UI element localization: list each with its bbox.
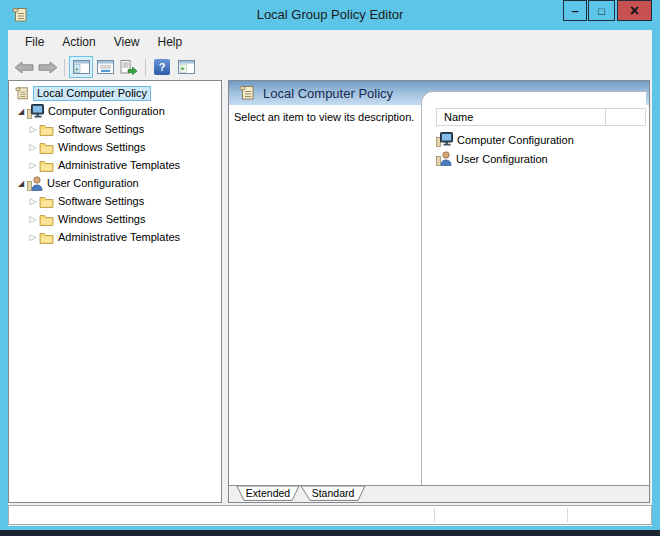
result-pane-title: Local Computer Policy — [263, 86, 393, 101]
show-console-tree-button[interactable] — [69, 56, 93, 78]
tree-node-administrative-templates-user[interactable]: ▷ Administrative Templates — [9, 228, 221, 246]
console-tree-pane: Local Computer Policy ◢ Computer Confi — [8, 80, 222, 503]
description-text: Select an item to view its description. — [234, 111, 414, 123]
tree-node-administrative-templates[interactable]: ▷ Administrative Templates — [9, 156, 221, 174]
list-item-computer-configuration[interactable]: Computer Configuration — [436, 130, 646, 149]
expand-twisty-icon[interactable]: ▷ — [27, 196, 39, 206]
tab-extended[interactable]: Extended — [237, 486, 299, 500]
menu-help[interactable]: Help — [149, 33, 192, 51]
titlebar: Local Group Policy Editor – □ × — [0, 0, 660, 30]
toolbar-separator — [64, 59, 65, 76]
gpedit-window: Local Group Policy Editor – □ × File Act… — [0, 0, 660, 536]
expand-twisty-icon[interactable]: ▷ — [27, 160, 39, 170]
svg-text:Extended: Extended — [246, 487, 291, 499]
tree-node-label: Windows Settings — [58, 213, 145, 225]
client-area: File Action View Help — [8, 30, 652, 526]
help-icon: ? — [154, 59, 170, 75]
user-icon — [27, 176, 43, 191]
empty-column-header — [606, 108, 646, 126]
menu-action[interactable]: Action — [53, 33, 104, 51]
maximize-button[interactable]: □ — [588, 0, 615, 21]
status-divider — [434, 508, 435, 522]
expand-twisty-icon[interactable]: ▷ — [27, 142, 39, 152]
tree-node-label: User Configuration — [47, 177, 139, 189]
folder-icon — [39, 141, 54, 154]
menu-file[interactable]: File — [16, 33, 53, 51]
tree-node-label: Administrative Templates — [58, 231, 180, 243]
properties-icon — [97, 60, 114, 74]
tree-node-label: Software Settings — [58, 195, 144, 207]
result-pane: Local Computer Policy Select an item to … — [228, 80, 650, 503]
tree-node-software-settings-user[interactable]: ▷ Software Settings — [9, 192, 221, 210]
console-tree-icon — [73, 60, 90, 74]
expand-twisty-icon[interactable]: ▷ — [27, 214, 39, 224]
export-list-icon — [120, 60, 138, 75]
menu-view[interactable]: View — [105, 33, 149, 51]
forward-icon — [38, 61, 58, 74]
main-area: Local Computer Policy ◢ Computer Confi — [8, 80, 652, 503]
help-button[interactable]: ? — [150, 56, 174, 78]
tree-node-label: Software Settings — [58, 123, 144, 135]
user-icon — [436, 151, 452, 166]
tree-node-user-configuration[interactable]: ◢ User Configuration — [9, 174, 221, 192]
folder-icon — [39, 213, 54, 226]
tree-node-label: Administrative Templates — [58, 159, 180, 171]
tree-node-local-computer-policy[interactable]: Local Computer Policy — [9, 84, 221, 102]
item-list-panel: Name — [421, 91, 646, 486]
svg-text:Standard: Standard — [312, 487, 355, 499]
list-item-label: User Configuration — [456, 153, 548, 165]
show-action-pane-button[interactable] — [174, 56, 198, 78]
forward-button[interactable] — [36, 56, 60, 78]
collapse-twisty-icon[interactable]: ◢ — [15, 179, 27, 188]
window-title: Local Group Policy Editor — [0, 0, 660, 30]
tree-node-windows-settings[interactable]: ▷ Windows Settings — [9, 138, 221, 156]
back-button[interactable] — [12, 56, 36, 78]
name-column-header[interactable]: Name — [436, 108, 606, 126]
list-item-label: Computer Configuration — [457, 134, 574, 146]
status-divider — [567, 508, 568, 522]
close-button[interactable]: × — [617, 0, 652, 21]
folder-icon — [39, 231, 54, 244]
scroll-icon — [15, 86, 29, 101]
properties-button[interactable] — [93, 56, 117, 78]
export-list-button[interactable] — [117, 56, 141, 78]
list-rows: Computer Configuration User Configurati — [436, 130, 646, 168]
collapse-twisty-icon[interactable]: ◢ — [15, 107, 27, 116]
list-header: Name — [436, 108, 646, 126]
menubar: File Action View Help — [8, 30, 652, 54]
minimize-button[interactable]: – — [563, 0, 587, 21]
tree-node-label: Local Computer Policy — [33, 86, 151, 101]
list-item-user-configuration[interactable]: User Configuration — [436, 149, 646, 168]
action-pane-icon — [178, 60, 195, 74]
folder-icon — [39, 123, 54, 136]
folder-icon — [39, 159, 54, 172]
scroll-icon — [239, 85, 255, 101]
back-icon — [14, 61, 34, 74]
computer-icon — [27, 104, 44, 119]
tree-node-label: Computer Configuration — [48, 105, 165, 117]
folder-icon — [39, 195, 54, 208]
tree-node-software-settings[interactable]: ▷ Software Settings — [9, 120, 221, 138]
tree-node-windows-settings-user[interactable]: ▷ Windows Settings — [9, 210, 221, 228]
computer-icon — [436, 132, 453, 147]
bottom-dark-strip — [0, 530, 660, 536]
tree-node-label: Windows Settings — [58, 141, 145, 153]
status-bar — [8, 505, 652, 525]
tab-standard[interactable]: Standard — [301, 486, 365, 500]
toolbar-separator — [145, 59, 146, 76]
toolbar: ? — [8, 54, 652, 80]
tree-node-computer-configuration[interactable]: ◢ Computer Configuration — [9, 102, 221, 120]
expand-twisty-icon[interactable]: ▷ — [27, 232, 39, 242]
view-tabstrip: Extended Standard — [229, 485, 649, 502]
expand-twisty-icon[interactable]: ▷ — [27, 124, 39, 134]
